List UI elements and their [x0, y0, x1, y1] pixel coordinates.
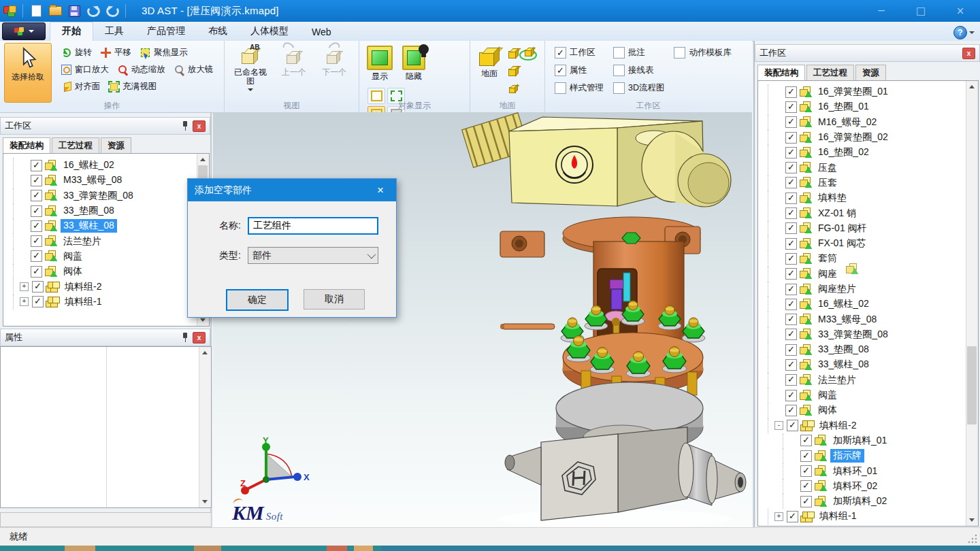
unchecked-checkbox-icon[interactable] [613, 47, 625, 59]
tree-item[interactable]: ✓33_弹簧垫圈_08 [3, 188, 209, 203]
tree-item[interactable]: +✓填料组-1 [3, 295, 209, 310]
close-panel-button[interactable]: x [193, 332, 206, 344]
ok-button[interactable]: 确定 [226, 289, 289, 311]
tab-布线[interactable]: 布线 [197, 22, 239, 41]
focus-button[interactable]: 聚焦显示 [136, 46, 191, 60]
tree-item-label[interactable]: 阀盖 [61, 250, 85, 263]
visibility-checkbox[interactable]: ✓ [785, 86, 797, 98]
tree-item-label[interactable]: 16_螺柱_02 [61, 158, 117, 172]
visibility-checkbox[interactable]: ✓ [800, 496, 812, 507]
visibility-checkbox[interactable]: ✓ [785, 359, 797, 371]
tree-item[interactable]: -✓填料组-2 [758, 418, 978, 433]
visibility-checkbox[interactable]: ✓ [785, 284, 797, 295]
tree-item[interactable]: ✓33_垫圈_08 [3, 203, 209, 218]
tab-资源[interactable]: 资源 [855, 65, 886, 82]
tree-item[interactable]: ✓加斯填料_01 [758, 433, 978, 448]
visibility-checkbox[interactable]: ✓ [785, 147, 797, 158]
unchecked-checkbox-icon[interactable] [613, 65, 625, 76]
tree-item[interactable]: ✓M33_螺母_08 [3, 173, 209, 188]
visibility-checkbox[interactable]: ✓ [800, 480, 812, 492]
tree-item-label[interactable]: 填料组-2 [62, 280, 104, 294]
tree-item-label[interactable]: 填料环_02 [830, 480, 880, 493]
winzoom-button[interactable]: 窗口放大 [57, 63, 112, 77]
expand-icon[interactable]: + [774, 512, 783, 521]
pin-icon[interactable] [180, 120, 190, 131]
tree-item[interactable]: ✓16_弹簧垫圈_02 [758, 130, 978, 145]
tree-item-label[interactable]: 指示牌 [830, 449, 864, 463]
dynzoom-button[interactable]: 动态缩放 [114, 63, 169, 77]
save-button[interactable] [66, 3, 82, 18]
undo-button[interactable] [85, 3, 101, 18]
tree-item[interactable]: ✓M33_螺母_08 [758, 312, 978, 327]
visibility-checkbox[interactable]: ✓ [32, 296, 44, 307]
ground-option-icon[interactable] [507, 46, 521, 61]
tab-工艺过程[interactable]: 工艺过程 [52, 137, 99, 154]
visibility-checkbox[interactable]: ✓ [31, 160, 42, 171]
close-panel-button[interactable]: x [193, 120, 206, 132]
visibility-checkbox[interactable]: ✓ [787, 511, 798, 522]
scroll-up-icon[interactable] [199, 347, 210, 358]
expand-icon[interactable]: + [20, 282, 29, 291]
tab-资源[interactable]: 资源 [101, 137, 131, 154]
tree-item-label[interactable]: 填料垫 [815, 191, 849, 205]
visibility-checkbox[interactable]: ✓ [800, 435, 812, 446]
tree-item[interactable]: ✓16_弹簧垫圈_01 [758, 84, 978, 99]
visibility-checkbox[interactable]: ✓ [31, 190, 42, 201]
visibility-checkbox[interactable]: ✓ [31, 235, 42, 247]
workspace-toggle-3D流程图[interactable]: 3D流程图 [613, 82, 664, 94]
tree-item[interactable]: ✓阀体 [3, 264, 209, 279]
tree-item-label[interactable]: 16_弹簧垫圈_01 [815, 85, 891, 99]
visibility-checkbox[interactable]: ✓ [785, 207, 797, 219]
tree-item[interactable]: ✓压套 [758, 176, 978, 190]
tab-开始[interactable]: 开始 [50, 22, 93, 41]
visibility-checkbox[interactable]: ✓ [32, 281, 44, 293]
visibility-checkbox[interactable]: ✓ [800, 465, 812, 477]
visibility-checkbox[interactable]: ✓ [785, 116, 797, 128]
visibility-checkbox[interactable]: ✓ [785, 329, 797, 340]
help-button[interactable]: ? [953, 26, 975, 39]
new-file-button[interactable] [28, 3, 44, 18]
checked-checkbox-icon[interactable]: ✓ [555, 47, 566, 59]
tree-item[interactable]: ✓套筒 [758, 251, 978, 266]
tree-item-label[interactable]: 压盘 [815, 161, 840, 175]
tree-item-label[interactable]: 填料组-2 [817, 419, 859, 433]
tab-工具[interactable]: 工具 [93, 22, 135, 41]
pin-icon[interactable] [180, 332, 190, 343]
tree-item[interactable]: ✓阀座 [758, 267, 978, 282]
select-pick-button[interactable]: 选择拾取 [4, 43, 52, 103]
tree-item-label[interactable]: M16_螺母_02 [815, 116, 879, 129]
tree-item[interactable]: ✓阀体 [758, 403, 978, 418]
tree-item-label[interactable]: 阀座垫片 [815, 282, 859, 296]
scrollbar-vertical[interactable] [966, 81, 978, 526]
visibility-checkbox[interactable]: ✓ [785, 268, 797, 280]
tree-item-label[interactable]: 加斯填料_01 [830, 434, 889, 448]
tree-item-label[interactable]: 16_垫圈_02 [815, 146, 872, 159]
workspace-toggle-接线表[interactable]: 接线表 [613, 65, 664, 76]
tree-item[interactable]: ✓M16_螺母_02 [758, 115, 978, 130]
tree-item[interactable]: ✓法兰垫片 [758, 373, 978, 388]
tree-item[interactable]: ✓16_垫圈_02 [758, 145, 978, 160]
close-panel-button[interactable]: x [962, 48, 975, 59]
viewport-3d[interactable]: Y X Z KM Soft [213, 112, 752, 527]
tab-人体模型[interactable]: 人体模型 [239, 22, 300, 41]
tree-item-label[interactable]: 阀座 [815, 267, 840, 281]
workspace-toggle-动作模板库[interactable]: 动作模板库 [674, 47, 732, 59]
tree-item[interactable]: ✓16_螺柱_02 [758, 297, 978, 312]
tree-item[interactable]: ✓填料环_01 [758, 463, 978, 478]
ground-option-icon[interactable] [507, 81, 521, 95]
type-select[interactable]: 部件 [248, 247, 378, 264]
visibility-checkbox[interactable]: ✓ [800, 450, 812, 462]
workspace-toggle-样式管理[interactable]: 样式管理 [555, 82, 604, 94]
tree-item-label[interactable]: 套筒 [815, 252, 840, 265]
tree-item[interactable]: ✓33_弹簧垫圈_08 [758, 327, 978, 342]
tree-item[interactable]: ✓XZ-01 销 [758, 205, 978, 220]
next-view-button[interactable]: 下一个 [315, 43, 353, 105]
tree-item[interactable]: ✓33_螺柱_08 [758, 357, 978, 372]
visibility-checkbox[interactable]: ✓ [31, 250, 42, 262]
tree-item-label[interactable]: M33_螺母_08 [61, 173, 125, 187]
tree-item-label[interactable]: 法兰垫片 [61, 235, 104, 248]
tree-item[interactable]: ✓33_螺柱_08 [3, 218, 209, 233]
tree-item[interactable]: ✓16_垫圈_01 [758, 99, 978, 114]
tree-item[interactable]: +✓填料组-2 [3, 279, 209, 294]
tab-工艺过程[interactable]: 工艺过程 [806, 65, 854, 82]
